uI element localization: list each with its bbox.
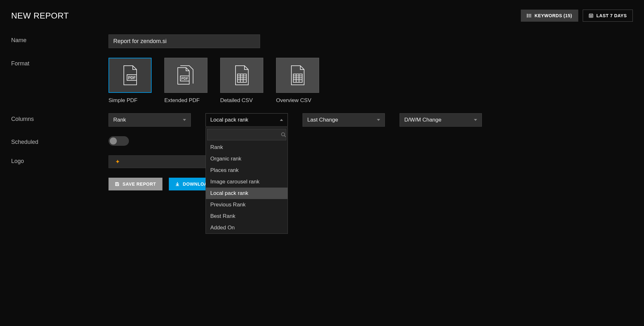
spreadsheet-icon: [289, 65, 306, 85]
svg-point-3: [527, 14, 528, 15]
page-title: NEW REPORT: [11, 11, 69, 21]
save-label: SAVE REPORT: [123, 182, 156, 187]
dropdown-option[interactable]: Best Rank: [206, 211, 288, 222]
columns-field-label: Columns: [11, 113, 109, 122]
svg-point-5: [527, 17, 528, 17]
select-value: Local pack rank: [210, 117, 248, 123]
list-icon: [527, 13, 531, 18]
svg-rect-6: [589, 14, 593, 18]
select-value: Rank: [113, 117, 126, 123]
scheduled-field-label: Scheduled: [11, 136, 109, 145]
select-value: Last Change: [307, 117, 338, 123]
format-option-detailed-csv[interactable]: Detailed CSV: [220, 58, 263, 104]
format-label: Extended PDF: [164, 97, 200, 104]
dropdown-option[interactable]: Organic rank: [206, 153, 288, 165]
dropdown-option[interactable]: Places rank: [206, 165, 288, 176]
column-select-2[interactable]: Local pack rank: [206, 113, 288, 127]
format-label: Simple PDF: [109, 97, 138, 104]
svg-rect-32: [116, 184, 118, 186]
dropdown-search-input[interactable]: [207, 129, 278, 140]
daterange-label: LAST 7 DAYS: [596, 13, 627, 18]
search-icon: [278, 132, 289, 137]
scheduled-toggle[interactable]: [109, 136, 129, 146]
calendar-icon: [589, 13, 593, 18]
logo-field-label: Logo: [11, 155, 109, 165]
format-option-simple-pdf[interactable]: PDF Simple PDF: [109, 58, 152, 104]
column-select-3[interactable]: Last Change: [303, 113, 385, 127]
svg-text:PDF: PDF: [128, 76, 136, 80]
save-icon: [115, 182, 119, 186]
pdf-icon: PDF: [122, 65, 139, 85]
format-option-overview-csv[interactable]: Overview CSV: [276, 58, 319, 104]
format-label: Detailed CSV: [220, 97, 253, 104]
chevron-down-icon: [474, 119, 477, 121]
svg-point-4: [527, 15, 528, 16]
keywords-label: KEYWORDS (15): [535, 13, 572, 18]
name-field-label: Name: [11, 34, 109, 44]
toggle-knob: [110, 137, 117, 144]
column-dropdown: RankOrganic rankPlaces rankImage carouse…: [206, 127, 288, 234]
format-option-extended-pdf[interactable]: PDF Extended PDF: [164, 58, 207, 104]
svg-rect-31: [116, 182, 118, 183]
pdf-multi-icon: PDF: [176, 65, 196, 85]
chevron-up-icon: [280, 119, 283, 121]
bolt-icon: ✦: [115, 158, 120, 165]
save-report-button[interactable]: SAVE REPORT: [109, 178, 162, 190]
select-value: D/W/M Change: [404, 117, 441, 123]
keywords-button[interactable]: KEYWORDS (15): [521, 10, 578, 22]
dropdown-option[interactable]: Previous Rank: [206, 199, 288, 211]
column-select-1[interactable]: Rank: [109, 113, 191, 127]
download-icon: [175, 182, 180, 186]
chevron-down-icon: [183, 119, 186, 121]
svg-line-30: [284, 136, 286, 137]
dropdown-option[interactable]: Image carousel rank: [206, 176, 288, 188]
daterange-button[interactable]: LAST 7 DAYS: [583, 10, 633, 22]
svg-text:PDF: PDF: [181, 77, 188, 80]
svg-point-29: [281, 133, 285, 136]
name-input[interactable]: [109, 34, 260, 48]
column-select-4[interactable]: D/W/M Change: [400, 113, 482, 127]
spreadsheet-icon: [234, 65, 250, 85]
format-label: Overview CSV: [276, 97, 311, 104]
dropdown-option[interactable]: Rank: [206, 142, 288, 153]
dropdown-option[interactable]: Added On: [206, 222, 288, 233]
format-field-label: Format: [11, 58, 109, 67]
chevron-down-icon: [377, 119, 380, 121]
dropdown-option[interactable]: Local pack rank: [206, 188, 288, 199]
